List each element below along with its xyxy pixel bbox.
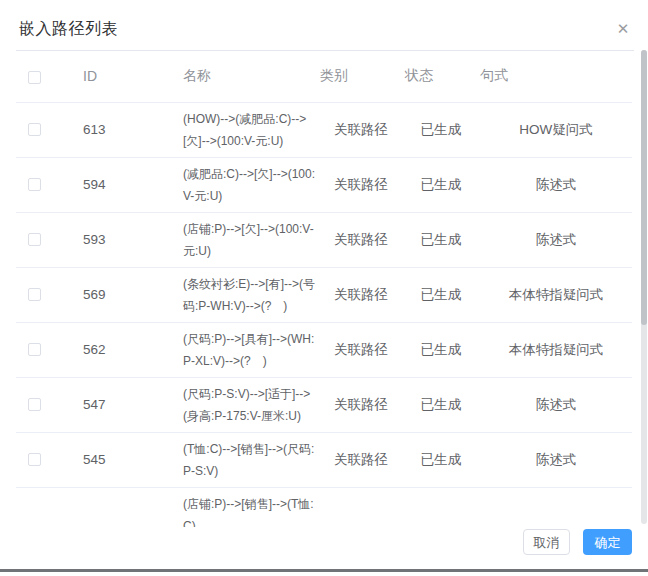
row-checkbox[interactable]	[28, 288, 41, 301]
table-row: 593 (店铺:P)-->[欠]-->(100:V-元:U) 关联路径 已生成 …	[16, 212, 632, 267]
path-table: ID 名称 类别 状态 句式 613 (HOW)-->(减肥品:C)-->[欠]…	[16, 50, 634, 527]
cell-pattern: 陈述式	[480, 157, 632, 212]
column-header-id: ID	[70, 51, 170, 102]
column-header-status: 状态	[402, 51, 480, 102]
table-header-row: ID 名称 类别 状态 句式	[16, 51, 632, 102]
cell-name: (店铺:P)-->[销售]-->(T恤:C)	[170, 487, 320, 527]
table-row: 594 (减肥品:C)-->[欠]-->(100:V-元:U) 关联路径 已生成…	[16, 157, 632, 212]
close-icon[interactable]: ✕	[614, 20, 632, 38]
row-checkbox[interactable]	[28, 233, 41, 246]
column-header-pattern: 句式	[480, 51, 632, 102]
cell-status: 已生成	[402, 102, 480, 157]
cell-id: 594	[70, 157, 170, 212]
dialog-title: 嵌入路径列表	[19, 19, 118, 40]
row-checkbox[interactable]	[28, 398, 41, 411]
table-row: 562 (尺码:P)-->[具有]-->(WH:P-XL:V)-->(? ) 关…	[16, 322, 632, 377]
cell-name: (T恤:C)-->[销售]-->(尺码:P-S:V)	[170, 432, 320, 487]
row-checkbox[interactable]	[28, 453, 41, 466]
row-checkbox[interactable]	[28, 178, 41, 191]
select-all-checkbox[interactable]	[28, 71, 41, 84]
column-header-name: 名称	[170, 51, 320, 102]
table-row: (店铺:P)-->[销售]-->(T恤:C)	[16, 487, 632, 527]
cell-category: 关联路径	[320, 377, 402, 432]
page-bottom-edge	[0, 569, 648, 572]
cell-status: 已生成	[402, 267, 480, 322]
cell-pattern: 陈述式	[480, 212, 632, 267]
cell-id: 593	[70, 212, 170, 267]
cell-id: 562	[70, 322, 170, 377]
cell-status: 已生成	[402, 432, 480, 487]
cell-pattern	[480, 487, 632, 527]
cell-status: 已生成	[402, 212, 480, 267]
table-row: 569 (条纹衬衫:E)-->[有]-->(号码:P-WH:V)-->(? ) …	[16, 267, 632, 322]
row-checkbox[interactable]	[28, 343, 41, 356]
cell-id: 545	[70, 432, 170, 487]
cell-category: 关联路径	[320, 267, 402, 322]
column-header-category: 类别	[320, 51, 402, 102]
cell-pattern: 本体特指疑问式	[480, 322, 632, 377]
cell-category: 关联路径	[320, 102, 402, 157]
confirm-button[interactable]: 确定	[583, 529, 632, 555]
cell-status: 已生成	[402, 157, 480, 212]
table-row: 547 (尺码:P-S:V)-->[适于]-->(身高:P-175:V-厘米:U…	[16, 377, 632, 432]
cell-id	[70, 487, 170, 527]
cell-category: 关联路径	[320, 212, 402, 267]
row-checkbox[interactable]	[28, 123, 41, 136]
cell-name: (店铺:P)-->[欠]-->(100:V-元:U)	[170, 212, 320, 267]
cell-category	[320, 487, 402, 527]
scrollbar-thumb[interactable]	[641, 50, 647, 325]
cell-status: 已生成	[402, 322, 480, 377]
cell-category: 关联路径	[320, 322, 402, 377]
cell-pattern: 陈述式	[480, 377, 632, 432]
cell-name: (HOW)-->(减肥品:C)-->[欠]-->(100:V-元:U)	[170, 102, 320, 157]
cell-category: 关联路径	[320, 432, 402, 487]
table-row: 545 (T恤:C)-->[销售]-->(尺码:P-S:V) 关联路径 已生成 …	[16, 432, 632, 487]
cell-pattern: 本体特指疑问式	[480, 267, 632, 322]
cell-name: (尺码:P-S:V)-->[适于]-->(身高:P-175:V-厘米:U)	[170, 377, 320, 432]
cell-pattern: 陈述式	[480, 432, 632, 487]
cell-id: 547	[70, 377, 170, 432]
cell-status: 已生成	[402, 377, 480, 432]
cell-name: (尺码:P)-->[具有]-->(WH:P-XL:V)-->(? )	[170, 322, 320, 377]
cell-id: 569	[70, 267, 170, 322]
cell-id: 613	[70, 102, 170, 157]
cell-name: (条纹衬衫:E)-->[有]-->(号码:P-WH:V)-->(? )	[170, 267, 320, 322]
embedded-path-list-dialog: 嵌入路径列表 ✕ ID 名称 类别 状态 句式 613 (HOW)-->(减	[0, 0, 648, 576]
table-row: 613 (HOW)-->(减肥品:C)-->[欠]-->(100:V-元:U) …	[16, 102, 632, 157]
cancel-button[interactable]: 取消	[523, 529, 570, 555]
cell-pattern: HOW疑问式	[480, 102, 632, 157]
cell-name: (减肥品:C)-->[欠]-->(100:V-元:U)	[170, 157, 320, 212]
cell-status	[402, 487, 480, 527]
cell-category: 关联路径	[320, 157, 402, 212]
